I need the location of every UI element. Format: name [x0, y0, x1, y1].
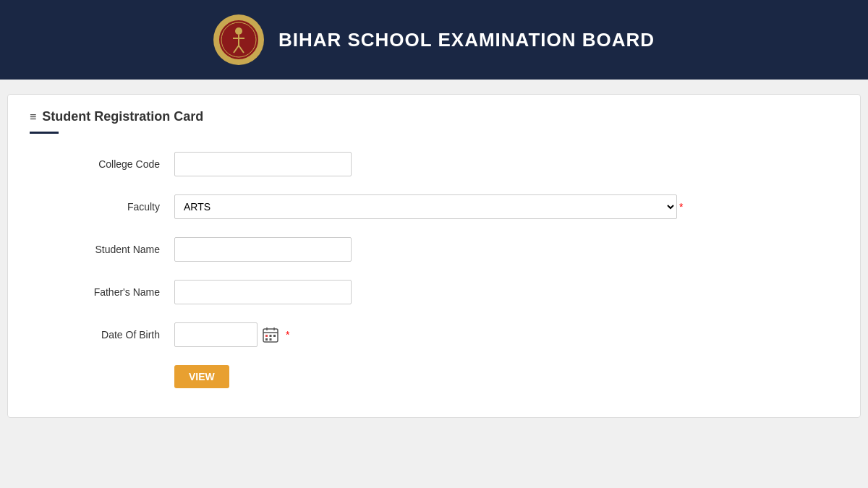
svg-rect-11 — [265, 335, 268, 337]
faculty-row: Faculty ARTS SCIENCE COMMERCE * — [30, 194, 838, 219]
view-button-row: VIEW — [30, 365, 838, 388]
view-button[interactable]: VIEW — [174, 365, 229, 388]
student-name-label: Student Name — [30, 244, 174, 255]
faculty-required-star: * — [679, 201, 683, 213]
svg-rect-13 — [273, 335, 276, 337]
college-code-input[interactable] — [174, 152, 352, 176]
student-name-row: Student Name — [30, 237, 838, 262]
svg-point-2 — [235, 27, 242, 35]
svg-rect-14 — [265, 338, 268, 341]
fathers-name-input[interactable] — [174, 280, 352, 304]
fathers-name-row: Father's Name — [30, 280, 838, 304]
list-icon: ≡ — [30, 111, 36, 124]
dob-row: Date Of Birth * — [30, 322, 838, 347]
dob-required-star: * — [286, 329, 289, 341]
faculty-select[interactable]: ARTS SCIENCE COMMERCE — [174, 194, 677, 219]
header-title: BIHAR SCHOOL EXAMINATION BOARD — [278, 29, 655, 51]
calendar-icon[interactable] — [261, 325, 280, 344]
title-underline — [30, 132, 59, 134]
bseb-logo — [213, 14, 264, 65]
faculty-select-wrapper: ARTS SCIENCE COMMERCE — [174, 194, 677, 219]
dob-wrapper: * — [174, 322, 289, 347]
college-code-row: College Code — [30, 152, 838, 176]
svg-rect-12 — [270, 335, 272, 337]
faculty-label: Faculty — [30, 201, 174, 213]
fathers-name-label: Father's Name — [30, 286, 174, 298]
svg-rect-15 — [270, 338, 272, 341]
college-code-label: College Code — [30, 158, 174, 170]
dob-input[interactable] — [174, 322, 258, 347]
section-title-text: Student Registration Card — [42, 109, 203, 124]
main-card: ≡ Student Registration Card College Code… — [7, 94, 861, 418]
page-header: BIHAR SCHOOL EXAMINATION BOARD — [0, 0, 868, 80]
section-title: ≡ Student Registration Card — [30, 109, 838, 124]
dob-label: Date Of Birth — [30, 329, 174, 341]
student-name-input[interactable] — [174, 237, 352, 262]
